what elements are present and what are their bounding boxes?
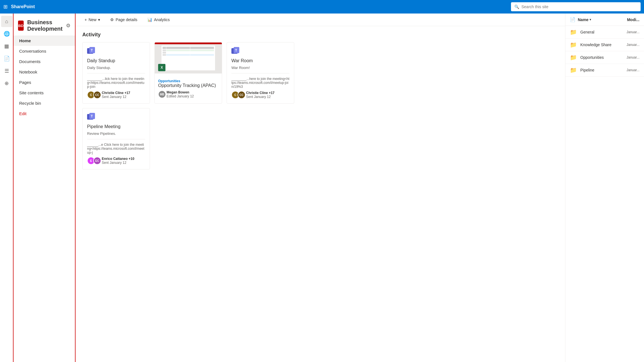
chevron-down-icon: ▾ xyxy=(98,17,100,22)
rail-globe-icon[interactable]: 🌐 xyxy=(1,28,12,39)
daily-standup-meta: Christie Cline +17 Sent January 12 xyxy=(102,91,130,99)
daily-standup-avatars: C CC xyxy=(87,91,99,99)
chart-icon: 📊 xyxy=(147,17,152,22)
site-title: Business Development xyxy=(27,19,63,32)
avatar-cc2: CC xyxy=(238,91,245,99)
war-room-teams-icon: T xyxy=(231,47,289,56)
teams-connect-icon[interactable]: ⚙ xyxy=(66,23,70,29)
sidebar-item-home-label: Home xyxy=(19,38,31,43)
war-room-link: ________...here to join the meeting<http… xyxy=(231,77,289,89)
opportunities-avatars: MB xyxy=(158,90,164,98)
folder-general[interactable]: 📁 General Januar... xyxy=(565,26,644,39)
activity-cards-row1: T Daily Standup Daily Standup. ________.… xyxy=(82,42,558,104)
activity-title: Activity xyxy=(82,32,558,38)
sidebar-item-site-contents-label: Site contents xyxy=(19,90,44,95)
rail-list-icon[interactable]: ☰ xyxy=(1,65,12,77)
war-room-avatars: C CC xyxy=(231,91,244,99)
new-button[interactable]: + New ▾ xyxy=(82,16,102,24)
folder-icon-knowledge: 📁 xyxy=(570,41,577,48)
search-box[interactable]: 🔍 xyxy=(511,2,641,11)
sidebar-item-edit-label: Edit xyxy=(19,111,26,116)
war-room-desc: War Room! xyxy=(231,66,289,70)
sidebar-item-home[interactable]: Home xyxy=(14,35,75,46)
svg-text:T: T xyxy=(91,114,93,118)
sidebar-item-notebook-label: Notebook xyxy=(19,70,37,74)
opportunities-title: Opportunity Tracking (APAC) xyxy=(158,83,218,88)
modified-column-header: Modi... xyxy=(627,17,639,22)
sidebar-item-site-contents[interactable]: Site contents xyxy=(14,88,75,98)
site-badge: BD xyxy=(18,21,24,31)
daily-standup-title: Daily Standup xyxy=(87,58,145,63)
folder-name-pipeline: Pipeline xyxy=(580,68,623,72)
site-header: BD Business Development ⚙ xyxy=(14,16,75,35)
folder-name-knowledge: Knowledge Share xyxy=(580,43,623,47)
war-room-footer: C CC Christie Cline +17 Sent January 12 xyxy=(231,91,289,99)
opportunities-content: Opportunities Opportunity Tracking (APAC… xyxy=(155,76,222,102)
folder-date-general: Januar... xyxy=(627,30,639,34)
folder-icon-opportunities: 📁 xyxy=(570,54,577,61)
sidebar-item-pages-label: Pages xyxy=(19,80,31,85)
sidebar-item-conversations[interactable]: Conversations xyxy=(14,46,75,56)
card-opportunities[interactable]: X Opportunities Opportunity Tracking (AP… xyxy=(154,42,222,104)
opportunities-footer: MB Megan Bowen Edited January 12 xyxy=(158,90,218,98)
pipeline-meeting-link: ______...e Click here to join the meetin… xyxy=(87,143,145,155)
sidebar-item-edit[interactable]: Edit xyxy=(14,108,75,119)
war-room-title: War Room xyxy=(231,58,289,63)
card-daily-standup[interactable]: T Daily Standup Daily Standup. ________.… xyxy=(82,42,150,104)
file-icon: 📄 xyxy=(570,17,576,22)
pipeline-meeting-title: Pipeline Meeting xyxy=(87,124,145,129)
opportunities-tag: Opportunities xyxy=(158,79,218,83)
activity-cards-row2: T Pipeline Meeting Review Pipelines. ___… xyxy=(82,108,558,169)
page-details-label: Page details xyxy=(116,17,137,22)
search-icon: 🔍 xyxy=(514,5,519,9)
folder-knowledge-share[interactable]: 📁 Knowledge Share Januar... xyxy=(565,39,644,51)
folder-date-knowledge: Januar... xyxy=(627,43,639,47)
activity-section: Activity T Daily Standup Daily Standup. xyxy=(76,26,565,175)
icon-rail: ⌂ 🌐 ▦ 📄 ☰ ⊕ xyxy=(0,14,14,362)
right-panel: 📄 Name ▾ Modi... 📁 General Januar... 📁 K… xyxy=(565,14,644,362)
war-room-meta: Christie Cline +17 Sent January 12 xyxy=(246,91,275,99)
main-content: + New ▾ ⚙ Page details 📊 Analytics Activ… xyxy=(76,14,565,362)
svg-text:T: T xyxy=(235,48,237,52)
app-logo: SharePoint xyxy=(11,4,35,9)
rail-home-icon[interactable]: ⌂ xyxy=(1,16,12,27)
avatar-ec: EC xyxy=(93,157,101,165)
sidebar-item-notebook[interactable]: Notebook xyxy=(14,67,75,77)
name-column-header[interactable]: Name ▾ xyxy=(578,17,591,22)
folder-date-opportunities: Januar... xyxy=(627,55,639,59)
folder-icon-general: 📁 xyxy=(570,29,577,35)
folder-pipeline[interactable]: 📁 Pipeline Januar... xyxy=(565,64,644,77)
daily-standup-footer: C CC Christie Cline +17 Sent January 12 xyxy=(87,91,145,99)
pipeline-meeting-meta: Enrico Cattaneo +10 Sent January 12 xyxy=(102,157,134,165)
settings-icon: ⚙ xyxy=(110,17,114,22)
sidebar-item-conversations-label: Conversations xyxy=(19,49,46,53)
right-panel-header: 📄 Name ▾ Modi... xyxy=(565,14,644,26)
card-war-room[interactable]: T War Room War Room! ________...here to … xyxy=(227,42,294,104)
rail-page-icon[interactable]: 📄 xyxy=(1,53,12,64)
analytics-button[interactable]: 📊 Analytics xyxy=(145,16,172,24)
folder-name-opportunities: Opportunities xyxy=(580,55,623,60)
daily-standup-link: ________...lick here to join the meeting… xyxy=(87,77,145,89)
excel-icon: X xyxy=(158,64,165,71)
pipeline-meeting-teams-icon: T xyxy=(87,113,145,122)
sidebar-item-documents[interactable]: Documents xyxy=(14,56,75,67)
card-pipeline-meeting[interactable]: T Pipeline Meeting Review Pipelines. ___… xyxy=(82,108,150,169)
search-input[interactable] xyxy=(521,5,637,9)
daily-standup-desc: Daily Standup. xyxy=(87,66,145,70)
rail-grid-icon[interactable]: ▦ xyxy=(1,41,12,52)
folder-name-general: General xyxy=(580,30,623,34)
sidebar-item-pages[interactable]: Pages xyxy=(14,77,75,88)
new-button-label: New xyxy=(88,17,96,22)
sidebar-item-recycle-bin[interactable]: Recycle bin xyxy=(14,98,75,108)
grid-icon[interactable]: ⊞ xyxy=(3,4,8,10)
plus-icon: + xyxy=(85,17,87,22)
pipeline-meeting-avatars: E EC xyxy=(87,157,99,165)
folder-icon-pipeline: 📁 xyxy=(570,67,577,73)
analytics-label: Analytics xyxy=(154,17,170,22)
page-details-button[interactable]: ⚙ Page details xyxy=(108,16,140,24)
rail-plus-icon[interactable]: ⊕ xyxy=(1,78,12,89)
topbar: ⊞ SharePoint 🔍 xyxy=(0,0,644,14)
folder-opportunities[interactable]: 📁 Opportunities Januar... xyxy=(565,51,644,64)
main-layout: ⌂ 🌐 ▦ 📄 ☰ ⊕ BD Business Development ⚙ Ho… xyxy=(0,14,644,362)
excel-thumbnail: X xyxy=(155,43,222,73)
